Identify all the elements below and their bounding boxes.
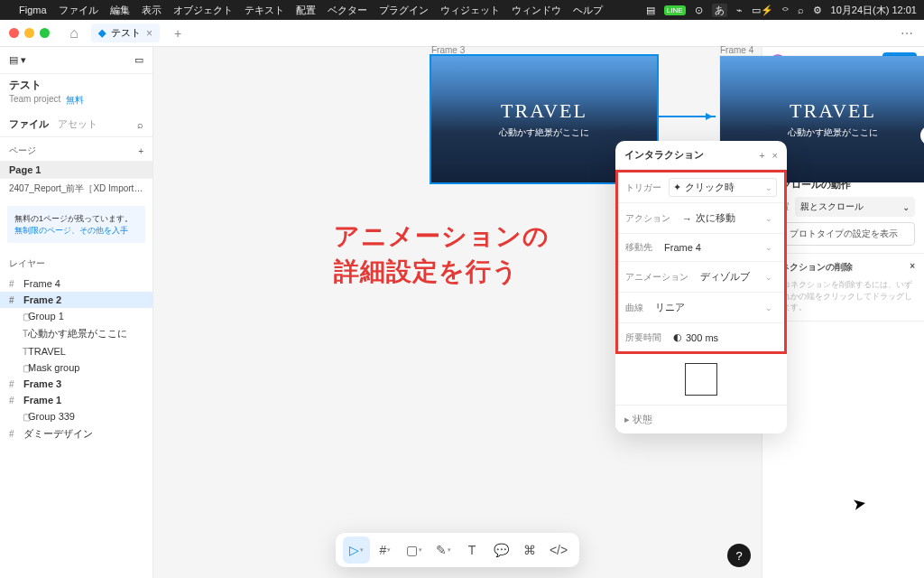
upgrade-link[interactable]: 無制限のページ、その他を入手 [14,226,128,235]
action-select[interactable]: → 次に移動⌄ [678,209,777,228]
layer-item[interactable]: ▢Group 339 [0,408,152,424]
menu-plugin[interactable]: プラグイン [379,4,429,17]
menu-view[interactable]: 表示 [142,4,162,17]
state-disclosure[interactable]: ▸ 状態 [615,405,787,434]
menu-help[interactable]: ヘルプ [573,4,603,17]
animation-select[interactable]: ディゾルブ⌄ [696,267,777,286]
layer-item[interactable]: T心動かす絶景がここに [0,324,152,343]
animation-label: アニメーション [625,271,688,284]
layer-item[interactable]: #Frame 1 [0,392,152,408]
menu-edit[interactable]: 編集 [110,4,130,17]
canvas[interactable]: Frame 3 TRAVEL 心動かす絶景がここに Frame 4 TRAVEL… [153,47,762,578]
interaction-popover: インタラクション + × トリガー ✦ クリック時⌄ アクション → 次に移動⌄… [615,141,787,434]
prototype-arrow[interactable] [657,116,716,117]
status-battery-icon[interactable]: ▭⚡ [752,5,773,16]
document-title[interactable]: テスト [9,78,143,93]
carousel-next-icon[interactable]: › [920,126,924,145]
duration-field[interactable]: ◐ 300 ms [669,329,777,346]
menu-window[interactable]: ウィンドウ [512,4,561,17]
status-bluetooth-icon[interactable]: ⌁ [736,5,743,16]
layer-item[interactable]: ▢Group 1 [0,308,152,324]
layer-item-selected[interactable]: #Frame 2 [0,292,152,308]
status-search-icon[interactable]: ⌕ [798,5,804,15]
layer-item[interactable]: #ダミーデザイン [0,424,152,443]
frame-icon: # [9,279,18,289]
layer-label: 心動かす絶景がここに [28,327,127,340]
layer-label: Group 339 [28,411,75,422]
destination-label: 移動先 [625,241,652,254]
chevron-down-icon: ⌄ [765,303,772,312]
menu-arrange[interactable]: 配置 [296,4,316,17]
panel-toggle-icon[interactable]: ▭ [134,54,143,66]
destination-select[interactable]: Frame 4⌄ [660,239,777,256]
text-tool[interactable]: T [458,536,485,564]
add-interaction-icon[interactable]: + [759,150,764,161]
frame-label[interactable]: Frame 3 [431,45,465,55]
traffic-lights[interactable] [9,28,50,38]
chevron-down-icon: ⌄ [902,202,910,212]
status-record-icon[interactable]: ⊙ [695,5,703,16]
trigger-select[interactable]: ✦ クリック時⌄ [669,178,777,197]
app-name[interactable]: Figma [19,5,47,15]
home-icon[interactable]: ⌂ [66,25,82,42]
text-icon: T [9,347,23,357]
frame-label[interactable]: Frame 4 [720,45,753,55]
add-page-icon[interactable]: + [138,146,143,156]
page-row[interactable]: 2407_Report_前半［XD Import］(30-Ju… [0,179,152,199]
move-tool[interactable]: ▷▾ [343,536,370,564]
frame-icon: # [9,396,18,406]
new-tab-button[interactable]: + [169,26,187,41]
status-line-icon[interactable]: LINE [664,5,686,15]
page-row-current[interactable]: Page 1 [0,161,152,179]
bottom-toolbar: ▷▾ #▾ ▢▾ ✎▾ T 💬 ⌘ </> [336,533,579,567]
layer-item[interactable]: #Frame 4 [0,275,152,292]
layer-label: Frame 2 [23,294,61,305]
layer-item[interactable]: #Frame 3 [0,376,152,392]
tab-assets[interactable]: アセット [58,117,97,131]
actions-tool[interactable]: ⌘ [516,536,543,564]
comment-tool[interactable]: 💬 [487,536,514,564]
close-popover-icon[interactable]: × [772,150,778,161]
dev-mode-toggle[interactable]: </> [545,536,572,564]
layer-item[interactable]: TTRAVEL [0,343,152,359]
zoom-window-icon[interactable] [40,28,50,38]
close-icon[interactable]: × [910,261,915,274]
close-tab-icon[interactable]: × [146,27,152,40]
team-name[interactable]: Team project [9,94,60,107]
menu-file[interactable]: ファイル [59,4,98,17]
chevron-down-icon: ⌄ [765,183,772,192]
chevron-down-icon: ⌄ [765,243,772,252]
shape-tool[interactable]: ▢▾ [401,536,428,564]
destination-value: Frame 4 [664,242,701,253]
pen-tool[interactable]: ✎▾ [430,536,457,564]
search-icon[interactable]: ⌕ [137,119,143,130]
minimize-window-icon[interactable] [24,28,34,38]
layer-item[interactable]: ▢Mask group [0,359,152,376]
menubar-datetime[interactable]: 10月24日(木) 12:01 [831,4,917,17]
popover-highlighted-body: トリガー ✦ クリック時⌄ アクション → 次に移動⌄ 移動先 Frame 4⌄… [615,170,787,354]
menu-widget[interactable]: ウィジェット [440,4,500,17]
show-prototype-settings-button[interactable]: プロトタイプの設定を表示 [772,222,915,246]
help-button[interactable]: ? [727,544,751,567]
close-window-icon[interactable] [9,28,19,38]
action-label: アクション [625,212,670,225]
group-icon: ▢ [9,412,23,422]
tab-file[interactable]: ファイル [9,117,49,131]
status-control-center-icon[interactable]: ⚙ [813,5,822,16]
status-input-icon[interactable]: あ [712,4,727,17]
plan-badge[interactable]: 無料 [66,94,84,107]
document-tab[interactable]: ◆ テスト × [91,23,160,42]
macos-menubar: Figma ファイル 編集 表示 オブジェクト テキスト 配置 ベクター プラグ… [0,0,924,20]
frame-tool[interactable]: #▾ [372,536,399,564]
layer-label: TRAVEL [28,346,66,357]
overflow-menu-icon[interactable]: ⋯ [901,26,913,41]
menu-object[interactable]: オブジェクト [173,4,233,17]
status-figma-icon[interactable]: ▤ [646,5,655,16]
curve-select[interactable]: リニア⌄ [651,298,777,317]
menu-vector[interactable]: ベクター [328,4,367,17]
scroll-pos-select[interactable]: 親とスクロール⌄ [795,197,915,217]
menu-text[interactable]: テキスト [245,4,284,17]
status-wifi-icon[interactable]: ⌔ [782,5,789,15]
figma-menu-icon[interactable]: ▤ ▾ [9,54,26,66]
action-value: 次に移動 [696,211,735,225]
